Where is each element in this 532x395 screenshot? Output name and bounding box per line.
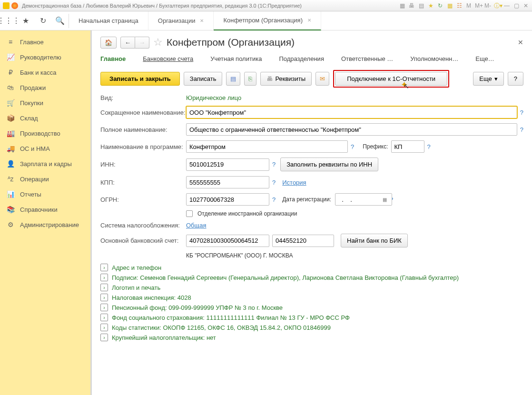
requisites-button[interactable]: 🖶Реквизиты (260, 72, 312, 86)
subtab-more[interactable]: Еще… (475, 53, 494, 64)
expand-button[interactable]: › (100, 334, 108, 341)
sidebar-item-os[interactable]: 🚚ОС и НМА (0, 141, 90, 156)
sidebar-item-salary[interactable]: 👤Зарплата и кадры (0, 156, 90, 171)
expand-button[interactable]: › (100, 274, 108, 281)
save-close-button[interactable]: Записать и закрыть (100, 72, 180, 86)
copy-icon-button[interactable]: ⎘ (244, 72, 256, 86)
chart-icon: 📈 (7, 53, 14, 61)
sidebar-item-manager[interactable]: 📈Руководителю (0, 49, 90, 65)
full-name-input[interactable] (186, 123, 517, 136)
close-icon[interactable]: ✕ (200, 18, 204, 23)
favorite-icon[interactable]: ☆ (153, 36, 163, 49)
doc-icon[interactable]: ▤ (418, 2, 424, 9)
help-icon[interactable]: ? (520, 126, 523, 133)
star-icon[interactable]: ★ (427, 2, 434, 9)
maximize-icon[interactable]: ▢ (513, 2, 520, 9)
fill-inn-button[interactable]: Заполнить реквизиты по ИНН (280, 158, 378, 171)
sidebar-item-admin[interactable]: ⚙Администрирование (0, 217, 90, 232)
search-icon[interactable]: 🔍 (51, 11, 69, 30)
history-icon[interactable]: ↻ (34, 11, 51, 30)
close-icon[interactable]: ✕ (522, 2, 529, 9)
prog-name-input[interactable] (186, 140, 348, 153)
sidebar-item-purchases[interactable]: 🛒Покупки (0, 95, 90, 110)
subtab-auth[interactable]: Уполномоченн… (410, 53, 458, 64)
back-button[interactable]: ← (120, 37, 135, 49)
m3-icon[interactable]: M- (484, 2, 491, 9)
help-icon[interactable]: ? (272, 196, 276, 203)
prefix-input[interactable] (391, 140, 424, 153)
exp-tax[interactable]: Налоговая инспекция: 4028 (112, 294, 191, 301)
info-icon[interactable]: ⓘ▾ (494, 2, 501, 9)
subtab-bank[interactable]: Банковские счета (143, 53, 193, 64)
history-link[interactable]: История (282, 179, 306, 186)
exp-address[interactable]: Адрес и телефон (112, 264, 161, 271)
home-button[interactable]: 🏠 (100, 37, 117, 49)
close-page-icon[interactable]: ✕ (518, 39, 523, 46)
sidebar-item-bank[interactable]: ₽Банк и касса (0, 65, 90, 80)
foreign-checkbox[interactable] (186, 210, 193, 217)
exp-social[interactable]: Фонд социального страхования: 1111111111… (112, 314, 350, 321)
m-icon[interactable]: M (465, 2, 472, 9)
bik-input[interactable] (272, 235, 334, 247)
mail-icon-button[interactable]: ✉ (315, 72, 329, 86)
subtab-dept[interactable]: Подразделения (279, 53, 324, 64)
expand-button[interactable]: › (100, 294, 108, 301)
books-icon: 📚 (7, 206, 14, 213)
expand-button[interactable]: › (100, 284, 108, 291)
sidebar-item-reports[interactable]: 📊Отчеты (0, 187, 90, 202)
help-icon[interactable]: ? (520, 109, 523, 116)
inn-input[interactable] (186, 158, 269, 171)
calendar-icon[interactable]: ☷ (456, 2, 463, 9)
save-button[interactable]: Записать (184, 72, 223, 86)
person-icon: 👤 (7, 160, 14, 168)
tax-system-link[interactable]: Общая (186, 222, 207, 229)
help-icon[interactable]: ? (272, 179, 276, 186)
factory-icon: 🏭 (7, 129, 14, 137)
minimize-icon[interactable]: — (503, 2, 510, 9)
forward-button[interactable]: → (135, 37, 149, 49)
expand-button[interactable]: › (100, 324, 108, 331)
exp-large[interactable]: Крупнейший налогоплательщик: нет (112, 334, 216, 341)
star-tool-icon[interactable]: ★ (17, 11, 34, 30)
calendar-icon[interactable]: ▦ (383, 197, 387, 202)
clipboard-icon[interactable]: ▦ (399, 2, 405, 9)
help-icon[interactable]: ? (427, 143, 431, 150)
sidebar-item-stock[interactable]: 📦Склад (0, 110, 90, 126)
more-button[interactable]: Еще ▾ (473, 72, 503, 86)
exp-stats[interactable]: Коды статистики: ОКОПФ 12165, ОКФС 16, О… (112, 324, 331, 331)
help-button[interactable]: ? (508, 72, 523, 86)
bank-acc-input[interactable] (186, 235, 269, 247)
expand-button[interactable]: › (100, 304, 108, 311)
form-icon-button[interactable]: ▤ (226, 72, 240, 86)
m2-icon[interactable]: M+ (475, 2, 482, 9)
print-icon[interactable]: 🖶 (408, 2, 415, 9)
calc-icon[interactable]: ▦ (446, 2, 453, 9)
help-icon[interactable]: ? (351, 143, 354, 150)
short-name-input[interactable] (186, 106, 517, 118)
find-bank-button[interactable]: Найти банк по БИК (341, 234, 408, 247)
help-icon[interactable]: ? (272, 161, 276, 168)
ogrn-input[interactable] (186, 193, 269, 206)
connect-1c-button[interactable]: Подключение к 1С-Отчетности (335, 72, 447, 86)
tab-start[interactable]: Начальная страница (69, 11, 148, 30)
sidebar-item-refs[interactable]: 📚Справочники (0, 202, 90, 217)
exp-pension[interactable]: Пенсионный фонд: 099-099-999999 УПФР № 3… (112, 304, 283, 311)
subtab-resp[interactable]: Ответственные … (341, 53, 393, 64)
subtab-policy[interactable]: Учетная политика (210, 53, 262, 64)
sidebar-item-sales[interactable]: 🛍Продажи (0, 80, 90, 95)
exp-sign[interactable]: Подписи: Семенов Геннадий Сергеевич (Ген… (112, 274, 459, 281)
sidebar-item-production[interactable]: 🏭Производство (0, 126, 90, 141)
sidebar-item-ops[interactable]: ᴬzОперации (0, 171, 90, 187)
subtab-main[interactable]: Главное (100, 53, 126, 64)
label-prefix: Префикс: (363, 143, 388, 150)
kpp-input[interactable] (186, 176, 269, 188)
exp-logo[interactable]: Логотип и печать (112, 284, 160, 291)
tab-orgs[interactable]: Организации✕ (148, 11, 214, 30)
close-icon[interactable]: ✕ (307, 18, 311, 23)
refresh-icon[interactable]: ↻ (437, 2, 443, 9)
expand-button[interactable]: › (100, 314, 108, 321)
tab-konfetprom[interactable]: Конфетпром (Организация)✕ (214, 11, 321, 30)
apps-icon[interactable]: ⋮⋮⋮ (0, 11, 17, 30)
sidebar-item-main[interactable]: ≡Главное (0, 34, 90, 49)
expand-button[interactable]: › (100, 264, 108, 271)
